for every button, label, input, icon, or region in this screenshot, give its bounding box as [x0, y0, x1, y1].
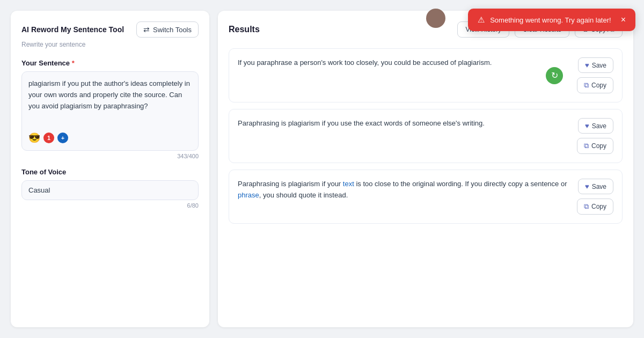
toast-message: Something went wrong. Try again later!	[490, 16, 611, 24]
result-card-1: If you paraphrase a person's work too cl…	[229, 48, 623, 102]
switch-tools-button[interactable]: ⇄ Switch Tools	[136, 21, 199, 38]
sentence-char-count: 343/400	[21, 153, 199, 159]
cool-emoji: 😎	[28, 132, 40, 144]
left-header: AI Reword My Sentence Tool ⇄ Switch Tool…	[21, 21, 199, 38]
copy-label-3: Copy	[591, 203, 606, 210]
sentence-label: Your Sentence *	[21, 59, 199, 67]
heart-icon-1: ♥	[585, 61, 589, 69]
result-actions-3: ♥ Save ⧉ Copy	[577, 179, 613, 215]
copy-icon-2: ⧉	[584, 142, 589, 150]
result-actions-1: ♥ Save ⧉ Copy	[577, 57, 613, 93]
copy-button-2[interactable]: ⧉ Copy	[577, 138, 613, 154]
copy-label-2: Copy	[591, 142, 606, 150]
results-title: Results	[229, 25, 260, 34]
save-label-1: Save	[592, 62, 606, 69]
result-text-1: If you paraphrase a person's work too cl…	[238, 57, 570, 69]
copy-icon-1: ⧉	[584, 81, 589, 90]
refresh-button-1[interactable]: ↻	[546, 67, 563, 84]
sentence-textarea-wrapper: 😎 1 +	[21, 71, 199, 151]
copy-icon-3: ⧉	[584, 202, 589, 211]
sentence-textarea[interactable]	[28, 78, 192, 127]
switch-icon: ⇄	[143, 25, 150, 34]
save-button-2[interactable]: ♥ Save	[578, 118, 613, 134]
toast-close-button[interactable]: ×	[621, 16, 626, 24]
tone-char-count: 6/80	[21, 202, 199, 209]
tone-label: Tone of Voice	[21, 168, 199, 176]
save-button-1[interactable]: ♥ Save	[578, 57, 613, 73]
result-card-3: Paraphrasing is plagiarism if your text …	[229, 170, 623, 224]
result-text-3: Paraphrasing is plagiarism if your text …	[238, 179, 570, 201]
red-badge: 1	[43, 133, 54, 143]
result-card-2: Paraphrasing is plagiarism if you use th…	[229, 109, 623, 163]
save-label-3: Save	[592, 183, 606, 190]
textarea-icon-row: 😎 1 +	[28, 132, 192, 144]
tool-title: AI Reword My Sentence Tool	[21, 25, 124, 34]
main-container: AI Reword My Sentence Tool ⇄ Switch Tool…	[0, 0, 644, 338]
heart-icon-3: ♥	[585, 182, 589, 190]
copy-button-1[interactable]: ⧉ Copy	[577, 77, 613, 93]
user-avatar	[426, 9, 445, 28]
tool-subtitle: Rewrite your sentence	[21, 41, 199, 48]
result-text-2: Paraphrasing is plagiarism if you use th…	[238, 118, 570, 129]
required-indicator: *	[72, 59, 75, 67]
save-button-3[interactable]: ♥ Save	[578, 179, 613, 194]
copy-label-1: Copy	[591, 82, 606, 89]
result-actions-2: ♥ Save ⧉ Copy	[577, 118, 613, 154]
left-panel: AI Reword My Sentence Tool ⇄ Switch Tool…	[11, 11, 209, 327]
blue-badge: +	[57, 133, 68, 143]
switch-tools-label: Switch Tools	[153, 26, 192, 34]
heart-icon-2: ♥	[585, 122, 589, 130]
toast-warning-icon: ⚠	[478, 15, 485, 25]
tone-section: Tone of Voice 6/80	[21, 168, 199, 209]
right-panel: Results View History Clear Results ⧉ Cop…	[218, 11, 633, 327]
copy-button-3[interactable]: ⧉ Copy	[577, 199, 613, 215]
toast-notification: ⚠ Something went wrong. Try again later!…	[468, 9, 635, 31]
save-label-2: Save	[592, 122, 606, 130]
tone-input[interactable]	[21, 180, 199, 200]
